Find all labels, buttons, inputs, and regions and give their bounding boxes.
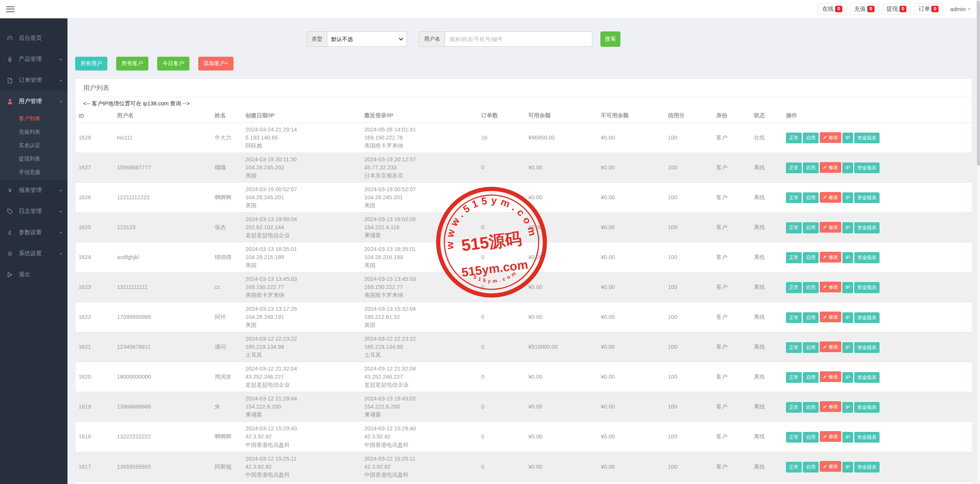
- online-stat[interactable]: 在线0: [818, 3, 847, 15]
- enable-button[interactable]: 启用: [803, 133, 819, 143]
- edit-button[interactable]: 修改: [820, 431, 841, 442]
- edit-button[interactable]: 修改: [820, 282, 841, 292]
- date-line: 2024-03-13 15:32:04: [364, 305, 475, 313]
- edit-button[interactable]: 修改: [820, 401, 841, 412]
- ip-button[interactable]: IP: [842, 372, 853, 383]
- admin-menu[interactable]: admin ▾: [950, 6, 970, 12]
- funds-report-button[interactable]: 资金报表: [854, 192, 880, 203]
- enable-button[interactable]: 启用: [803, 222, 819, 233]
- edit-button[interactable]: 修改: [820, 371, 841, 382]
- status-normal-button[interactable]: 正常: [786, 222, 802, 233]
- status-normal-button[interactable]: 正常: [786, 462, 802, 473]
- ip-button[interactable]: IP: [842, 342, 853, 353]
- status-normal-button[interactable]: 正常: [786, 162, 802, 173]
- enable-button[interactable]: 启用: [803, 462, 819, 473]
- status-normal-button[interactable]: 正常: [786, 252, 802, 263]
- ip-line: 43.252.246.227: [364, 373, 475, 381]
- ip-button[interactable]: IP: [842, 192, 853, 203]
- funds-report-button[interactable]: 资金报表: [854, 432, 880, 443]
- funds-report-button[interactable]: 资金报表: [854, 312, 880, 323]
- ip-button[interactable]: IP: [842, 432, 853, 443]
- funds-report-button[interactable]: 资金报表: [854, 133, 880, 143]
- edit-button[interactable]: 修改: [820, 341, 841, 352]
- scrollbar-thumb[interactable]: [977, 1, 980, 166]
- sidebar-item-users[interactable]: 用户管理▸: [0, 91, 67, 112]
- sidebar-item-params[interactable]: £参数设置▸: [0, 222, 67, 243]
- sidebar-item-orders[interactable]: 订单管理▸: [0, 70, 67, 91]
- funds-report-button[interactable]: 资金报表: [854, 462, 880, 473]
- ip-button[interactable]: IP: [842, 133, 853, 143]
- enable-button[interactable]: 启用: [803, 282, 819, 293]
- topbar-right: 在线0充值0提现0订单0 admin ▾: [818, 3, 970, 15]
- username-search-input[interactable]: [445, 31, 592, 47]
- edit-button[interactable]: 修改: [820, 252, 841, 263]
- status-normal-button[interactable]: 正常: [786, 133, 802, 143]
- enable-button[interactable]: 启用: [803, 312, 819, 323]
- status-normal-button[interactable]: 正常: [786, 402, 802, 413]
- funds-report-button[interactable]: 资金报表: [854, 252, 880, 263]
- enable-button[interactable]: 启用: [803, 192, 819, 203]
- type-filter-select[interactable]: 默认不选: [327, 31, 407, 47]
- sidebar-item-reports[interactable]: ¥报表管理▸: [0, 180, 67, 201]
- today-customers-button[interactable]: 今日客户: [157, 57, 189, 71]
- sidebar-item-manual-recharge[interactable]: 手动充值: [0, 166, 67, 179]
- status-normal-button[interactable]: 正常: [786, 312, 802, 323]
- status-normal-button[interactable]: 正常: [786, 432, 802, 443]
- enable-button[interactable]: 启用: [803, 402, 819, 413]
- add-customer-button[interactable]: 添加客户+: [198, 57, 233, 71]
- action-label: IP: [845, 404, 850, 411]
- enable-button[interactable]: 启用: [803, 252, 819, 263]
- sidebar-item-products[interactable]: B产品管理▸: [0, 49, 67, 70]
- sidebar-item-dashboard[interactable]: 后台首页: [0, 28, 67, 49]
- ip-button[interactable]: IP: [842, 462, 853, 473]
- edit-button[interactable]: 修改: [820, 132, 841, 143]
- date-line: 2024-03-12 21:32:04: [364, 365, 475, 373]
- cell-created: 2024-03-13 18:35:01104.28.216.189美国: [242, 243, 361, 272]
- status-normal-button[interactable]: 正常: [786, 342, 802, 353]
- edit-button[interactable]: 修改: [820, 162, 841, 173]
- funds-report-button[interactable]: 资金报表: [854, 372, 880, 383]
- cell-username: 13222222222: [114, 422, 212, 452]
- sidebar-item-withdraw-list[interactable]: 提现列表: [0, 152, 67, 166]
- edit-button[interactable]: 修改: [820, 192, 841, 203]
- funds-report-button[interactable]: 资金报表: [854, 282, 880, 293]
- withdraw-stat[interactable]: 提现0: [882, 3, 911, 15]
- all-customers-button[interactable]: 所有客户: [116, 57, 148, 71]
- sidebar-item-customer-list[interactable]: 客户列表: [0, 112, 67, 125]
- sidebar-item-system[interactable]: 系统设置▸: [0, 243, 67, 264]
- hamburger-menu-icon[interactable]: [6, 6, 15, 12]
- all-users-button[interactable]: 所有用户: [75, 57, 107, 71]
- status-normal-button[interactable]: 正常: [786, 282, 802, 293]
- edit-button[interactable]: 修改: [820, 312, 841, 322]
- ip-button[interactable]: IP: [842, 162, 853, 173]
- recharge-stat[interactable]: 充值0: [850, 3, 879, 15]
- ip-button[interactable]: IP: [842, 402, 853, 413]
- funds-report-button[interactable]: 资金报表: [854, 222, 880, 233]
- funds-report-button[interactable]: 资金报表: [854, 162, 880, 173]
- cell-available-balance: ¥0.00: [525, 153, 598, 183]
- sidebar-item-logs[interactable]: 日志管理▸: [0, 201, 67, 222]
- sidebar-item-recharge-list[interactable]: 充值列表: [0, 125, 67, 139]
- funds-report-button[interactable]: 资金报表: [854, 342, 880, 353]
- ip-button[interactable]: IP: [842, 312, 853, 323]
- enable-button[interactable]: 启用: [803, 372, 819, 383]
- funds-report-button[interactable]: 资金报表: [854, 402, 880, 413]
- status-normal-button[interactable]: 正常: [786, 192, 802, 203]
- status-normal-button[interactable]: 正常: [786, 372, 802, 383]
- user-table: ID用户名姓名创建日期/IP最近登录/IP订单数可用余额不可用余额信用分身份状态…: [76, 107, 972, 484]
- sidebar-item-realname-auth[interactable]: 实名认证: [0, 139, 67, 152]
- cell-role: 客户: [713, 183, 751, 213]
- edit-button[interactable]: 修改: [820, 222, 841, 233]
- vertical-scrollbar[interactable]: [976, 0, 980, 484]
- sidebar-item-logout[interactable]: 退出: [0, 264, 67, 285]
- cell-id: 1619: [76, 392, 114, 422]
- enable-button[interactable]: 启用: [803, 432, 819, 443]
- enable-button[interactable]: 启用: [803, 342, 819, 353]
- ip-button[interactable]: IP: [842, 252, 853, 263]
- edit-button[interactable]: 修改: [820, 461, 841, 472]
- ip-button[interactable]: IP: [842, 282, 853, 293]
- order-stat[interactable]: 订单0: [914, 3, 943, 15]
- search-button[interactable]: 搜索: [600, 31, 620, 47]
- ip-button[interactable]: IP: [842, 222, 853, 233]
- enable-button[interactable]: 启用: [803, 162, 819, 173]
